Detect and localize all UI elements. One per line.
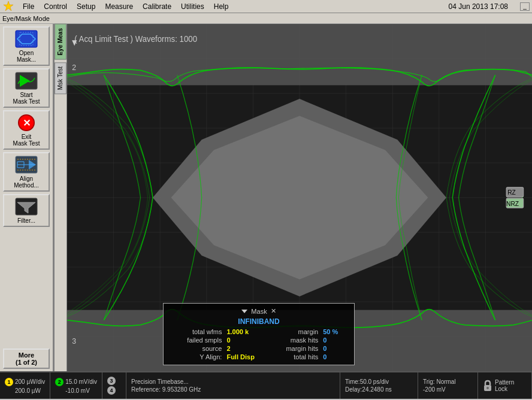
mask-icon	[14, 29, 38, 49]
row2-label: source	[170, 344, 224, 353]
eye-meas-tab[interactable]: Eye Meas	[55, 24, 66, 60]
svg-text:2: 2	[72, 63, 76, 72]
display-area: Eye Meas Msk Test	[54, 24, 532, 371]
trigger-cell: Trig: Normal -200 mV	[418, 372, 478, 399]
lock-icon	[483, 380, 492, 392]
table-row: total wfms 1.000 k margin 50 %	[170, 328, 348, 336]
ch1-offset: 200.0 µW	[15, 387, 41, 394]
ch2-row1: 2 15.0 mV/div	[55, 378, 97, 386]
filter-label: Filter...	[17, 217, 35, 224]
svg-point-44	[486, 387, 489, 389]
row3-label: Y Align:	[170, 353, 224, 361]
ch2-cell[interactable]: 2 15.0 mV/div -10.0 mV	[50, 372, 102, 399]
mask-panel-title: Mask	[251, 308, 267, 315]
align-method-label: Align Method...	[14, 175, 39, 189]
row2-value2: 0	[321, 344, 348, 353]
status-bar: 1 200 µW/div 200.0 µW 2 15.0 mV/div -10.…	[0, 371, 532, 399]
menu-setup[interactable]: Setup	[72, 1, 100, 12]
ch4-indicator: 4	[107, 386, 116, 395]
time-row1: Time:50.0 ps/div	[345, 378, 413, 385]
exit-mask-label: Exit Mask Test	[13, 134, 40, 147]
filter-button[interactable]: Filter...	[3, 194, 50, 227]
menu-measure[interactable]: Measure	[100, 1, 138, 12]
menu-calibrate[interactable]: Calibrate	[138, 1, 176, 12]
open-mask-button[interactable]: Open Mask...	[3, 26, 50, 66]
row1-value2: 0	[321, 336, 348, 344]
pattern-lock-text: Pattern Lock	[495, 379, 514, 392]
row3-label2: total hits	[270, 353, 321, 361]
svg-text:RZ: RZ	[507, 189, 516, 196]
more-label: More	[19, 351, 34, 359]
row0-label: total wfms	[170, 328, 224, 336]
ch4-row2: 4	[107, 386, 121, 395]
time-cell: Time:50.0 ps/div Delay:24.2480 ns	[340, 372, 418, 399]
ch3-indicator: 3	[107, 377, 116, 385]
trig-mode: Trig: Normal	[423, 378, 456, 385]
row2-value: 2	[224, 344, 269, 353]
pattern-lock-container: Pattern Lock	[483, 379, 527, 392]
minimize-button[interactable]: _	[520, 2, 530, 11]
time-delay: Delay:24.2480 ns	[345, 386, 392, 393]
table-row: source 2 margin hits 0	[170, 344, 348, 353]
exit-icon: ✕	[14, 113, 38, 132]
scope-screen: ( Acq Limit Test ) Waveforms: 1000 2 3 ↕…	[67, 24, 532, 371]
mask-chevron-icon	[241, 310, 247, 313]
right-tabs: Eye Meas Msk Test	[54, 24, 67, 371]
ch1-scale: 200 µW/div	[15, 378, 45, 385]
start-mask-button[interactable]: Start Mask Test	[3, 68, 50, 108]
table-row: failed smpls 0 mask hits 0	[170, 336, 348, 344]
menu-help[interactable]: Help	[209, 1, 234, 12]
more-sublabel: (1 of 2)	[16, 359, 37, 366]
sidebar: Open Mask... Start Mask Test ✕ Exit Mask…	[0, 24, 54, 371]
ch34-cell[interactable]: 3 4	[102, 372, 126, 399]
mask-data-table: total wfms 1.000 k margin 50 % failed sm…	[170, 328, 348, 361]
table-row: Y Align: Full Disp total hits 0	[170, 353, 348, 361]
exit-mask-button[interactable]: ✕ Exit Mask Test	[3, 110, 50, 150]
menu-utilities[interactable]: Utilities	[176, 1, 209, 12]
filter-icon	[14, 197, 38, 216]
main-area: Open Mask... Start Mask Test ✕ Exit Mask…	[0, 24, 532, 371]
msk-test-tab[interactable]: Msk Test	[55, 62, 66, 94]
row1-label: failed smpls	[170, 336, 224, 344]
timebase-row1: Precision Timebase...	[131, 378, 335, 385]
align-icon	[14, 155, 38, 174]
menu-file[interactable]: File	[18, 1, 39, 12]
more-button[interactable]: More (1 of 2)	[3, 349, 50, 369]
time-div: Time:50.0 ps/div	[345, 378, 389, 385]
ch2-offset: -10.0 mV	[65, 387, 90, 394]
svg-text:NRZ: NRZ	[506, 199, 519, 207]
menu-control[interactable]: Control	[39, 1, 72, 12]
mode-bar: Eye/Mask Mode	[0, 13, 532, 24]
row3-value2: 0	[321, 353, 348, 361]
row0-label2: margin	[270, 328, 321, 336]
pattern-cell: Pattern Lock	[478, 372, 532, 399]
trig-row2: -200 mV	[423, 386, 473, 393]
timebase-cell[interactable]: Precision Timebase... Reference: 9.95328…	[126, 372, 340, 399]
row0-value2: 50 %	[321, 328, 348, 336]
row1-label2: mask hits	[270, 336, 321, 344]
row0-value: 1.000 k	[224, 328, 269, 336]
menu-bar: File Control Setup Measure Calibrate Uti…	[0, 0, 532, 13]
mask-title: INFINIBAND	[170, 317, 348, 326]
time-row2: Delay:24.2480 ns	[345, 386, 413, 393]
align-method-button[interactable]: Align Method...	[3, 152, 50, 192]
mask-close-icon[interactable]: ✕	[271, 307, 276, 315]
row2-label2: margin hits	[270, 344, 321, 353]
mask-panel: Mask ✕ INFINIBAND total wfms 1.000 k mar…	[163, 303, 355, 365]
start-mask-label: Start Mask Test	[13, 92, 40, 105]
ch1-row2: 200.0 µW	[5, 387, 45, 394]
timebase-label: Precision Timebase...	[131, 378, 189, 385]
ch1-row1: 1 200 µW/div	[5, 378, 45, 386]
start-icon	[14, 71, 38, 90]
ch3-row1: 3	[107, 377, 121, 385]
mode-label: Eye/Mask Mode	[2, 15, 50, 22]
open-mask-label: Open Mask...	[17, 50, 36, 63]
mask-panel-header: Mask ✕	[170, 307, 348, 315]
ch1-cell[interactable]: 1 200 µW/div 200.0 µW	[0, 372, 50, 399]
svg-rect-1	[16, 31, 37, 47]
row3-value: Full Disp	[224, 353, 269, 361]
datetime-display: 04 Jun 2013 17:08	[449, 2, 508, 11]
trig-row1: Trig: Normal	[423, 378, 473, 385]
ch2-row2: -10.0 mV	[55, 387, 97, 394]
timebase-reference: Reference: 9.953280 GHz	[131, 386, 201, 393]
